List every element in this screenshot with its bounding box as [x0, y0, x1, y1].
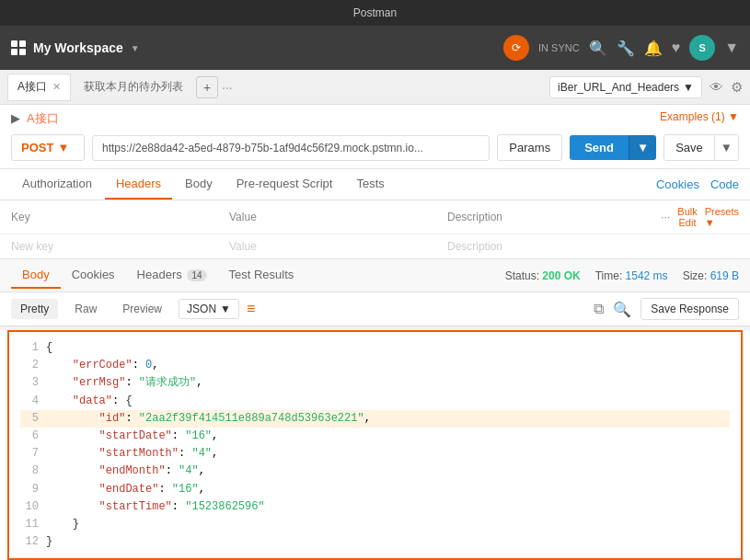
col-description: Description: [447, 211, 665, 223]
tab-label-2: 获取本月的待办列表: [84, 79, 183, 95]
tab-close-icon[interactable]: ✕: [52, 81, 61, 93]
tab-authorization[interactable]: Authorization: [11, 169, 103, 200]
tab-a-interface[interactable]: A接口 ✕: [7, 74, 71, 101]
send-button[interactable]: Send: [570, 135, 629, 160]
dots-icon: ···: [661, 211, 670, 223]
resp-tab-body[interactable]: Body: [11, 262, 61, 289]
size-label: Size: 619 B: [683, 269, 739, 282]
status-info: Status: 200 OK Time: 1542 ms Size: 619 B: [505, 269, 739, 282]
save-button-group: Save ▼: [663, 134, 739, 161]
tab-body[interactable]: Body: [174, 169, 224, 200]
breadcrumb-label: A接口: [27, 111, 59, 125]
environment-dropdown-icon: ▼: [683, 81, 694, 94]
request-row: POST ▼ Params Send ▼ Save ▼: [11, 134, 739, 161]
send-button-group: Send ▼: [570, 135, 656, 160]
gear-icon[interactable]: ⚙: [731, 79, 743, 96]
empty-value[interactable]: Value: [229, 240, 447, 253]
search-icon[interactable]: 🔍: [589, 40, 607, 57]
json-dropdown-icon: ▼: [220, 303, 231, 315]
empty-description[interactable]: Description: [447, 240, 665, 253]
format-pretty[interactable]: Pretty: [11, 299, 58, 319]
heart-icon[interactable]: ♥: [672, 40, 681, 56]
headers-table: Key Value Description ··· Bulk Edit Pres…: [0, 200, 750, 259]
breadcrumb[interactable]: ▶ A接口: [11, 105, 59, 131]
search-response-icon[interactable]: 🔍: [613, 301, 631, 318]
json-line-6: 6 "startDate": "16",: [20, 428, 730, 445]
resp-tab-headers[interactable]: Headers 14: [126, 262, 218, 289]
account-dropdown-icon[interactable]: ▼: [724, 40, 739, 56]
save-button[interactable]: Save: [664, 135, 714, 160]
save-dropdown-button[interactable]: ▼: [714, 135, 738, 160]
environment-label: iBer_URL_And_Headers: [558, 81, 679, 94]
json-line-11: 11 }: [20, 516, 730, 533]
tab-label: A接口: [17, 79, 47, 95]
json-line-9: 9 "endDate": "16",: [20, 481, 730, 498]
response-body-container: 1 { 2 "errCode": 0, 3 "errMsg": "请求成功", …: [0, 330, 750, 560]
tab-prerequest-script[interactable]: Pre-request Script: [225, 169, 344, 200]
status-label: Status: 200 OK: [505, 269, 581, 282]
grid-icon: [11, 40, 26, 55]
empty-key[interactable]: New key: [11, 240, 229, 253]
save-response-button[interactable]: Save Response: [640, 298, 739, 320]
url-input[interactable]: [92, 135, 490, 161]
json-format-selector[interactable]: JSON ▼: [179, 299, 239, 319]
status-value: 200 OK: [542, 269, 580, 282]
code-link[interactable]: Code: [710, 177, 739, 191]
workspace-selector[interactable]: My Workspace ▼: [11, 40, 140, 55]
json-line-1: 1 {: [20, 339, 730, 357]
copy-icon[interactable]: ⧉: [594, 301, 604, 317]
environment-selector[interactable]: iBer_URL_And_Headers ▼: [549, 76, 702, 98]
wrap-icon[interactable]: ≡: [247, 301, 255, 317]
presets-button[interactable]: Presets ▼: [705, 206, 739, 228]
headers-count-badge: 14: [187, 269, 206, 281]
resp-tab-cookies[interactable]: Cookies: [61, 262, 126, 289]
sync-icon[interactable]: ⟳: [503, 35, 529, 61]
tab-more-icon[interactable]: ···: [222, 80, 233, 95]
top-nav-actions: ⟳ IN SYNC 🔍 🔧 🔔 ♥ S ▼: [503, 35, 739, 61]
params-button[interactable]: Params: [497, 134, 562, 161]
tabs-bar: A接口 ✕ 获取本月的待办列表 + ··· iBer_URL_And_Heade…: [0, 70, 750, 105]
tab-todo-list[interactable]: 获取本月的待办列表: [75, 74, 192, 101]
tab-tests[interactable]: Tests: [345, 169, 395, 200]
time-label: Time: 1542 ms: [595, 269, 668, 282]
workspace-name: My Workspace: [33, 40, 123, 55]
format-raw[interactable]: Raw: [65, 299, 106, 319]
tab-headers[interactable]: Headers: [105, 169, 172, 200]
json-line-4: 4 "data": {: [20, 393, 730, 410]
request-tabs: Authorization Headers Body Pre-request S…: [0, 169, 750, 200]
bulk-edit-button[interactable]: Bulk Edit: [677, 206, 697, 228]
json-line-7: 7 "startMonth": "4",: [20, 445, 730, 463]
resp-tab-test-results[interactable]: Test Results: [218, 262, 306, 289]
json-line-12: 12 }: [20, 533, 730, 551]
bell-icon[interactable]: 🔔: [644, 40, 663, 57]
json-line-8: 8 "endMonth": "4",: [20, 463, 730, 480]
tabs-right-section: iBer_URL_And_Headers ▼ 👁 ⚙: [549, 76, 743, 98]
json-label: JSON: [187, 303, 216, 315]
time-value: 1542 ms: [626, 269, 668, 282]
send-dropdown-button[interactable]: ▼: [629, 135, 656, 160]
avatar[interactable]: S: [689, 35, 715, 61]
tab-add-button[interactable]: +: [196, 76, 218, 98]
examples-link[interactable]: Examples (1) ▼: [660, 105, 739, 131]
method-dropdown-icon: ▼: [57, 141, 69, 154]
format-preview[interactable]: Preview: [113, 299, 171, 319]
app-title: Postman: [353, 6, 397, 19]
response-tabs-bar: Body Cookies Headers 14 Test Results Sta…: [0, 259, 750, 292]
headers-table-header: Key Value Description ··· Bulk Edit Pres…: [0, 200, 750, 234]
response-body-toolbar: Pretty Raw Preview JSON ▼ ≡ ⧉ 🔍 Save Res…: [0, 292, 750, 326]
json-line-3: 3 "errMsg": "请求成功",: [20, 374, 730, 392]
cookies-link[interactable]: Cookies: [656, 177, 699, 191]
col-value: Value: [229, 211, 447, 223]
json-body: 1 { 2 "errCode": 0, 3 "errMsg": "请求成功", …: [7, 330, 743, 560]
json-line-2: 2 "errCode": 0,: [20, 357, 730, 374]
req-tab-right: Cookies Code: [656, 177, 739, 191]
breadcrumb-row: ▶ A接口 Examples (1) ▼: [11, 105, 739, 131]
method-selector[interactable]: POST ▼: [11, 134, 85, 161]
json-line-5: 5 "id": "2aa2f39f414511e889a748d53963e22…: [20, 410, 730, 428]
request-section: ▶ A接口 Examples (1) ▼ POST ▼ Params Send …: [0, 105, 750, 169]
settings-icon[interactable]: 🔧: [617, 40, 635, 57]
eye-icon[interactable]: 👁: [710, 79, 723, 95]
headers-empty-row: New key Value Description: [0, 234, 750, 258]
tab-add-icon: +: [203, 80, 211, 95]
title-bar: Postman: [0, 0, 750, 26]
